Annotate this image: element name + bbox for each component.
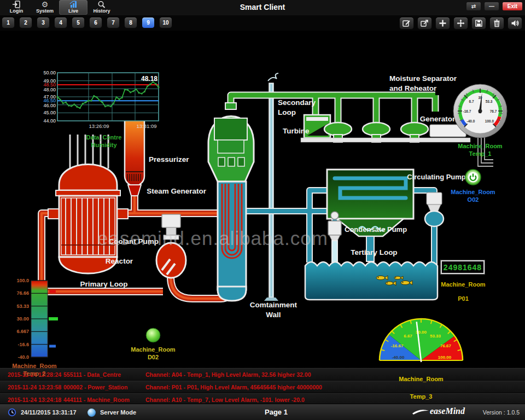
page-button-1[interactable]: 1: [2, 17, 15, 28]
label-secondary-loop-2: Loop: [278, 108, 296, 116]
alarm-station: 555111 - Data_Centre: [63, 371, 145, 378]
minimize-icon[interactable]: —: [484, 2, 499, 11]
title-bar: Login ⚙ System Live History Smart Client…: [0, 0, 525, 15]
svg-text:-16.7: -16.7: [463, 109, 471, 113]
label-tertiary-loop: Tertiary Loop: [351, 248, 397, 256]
page-button-5[interactable]: 5: [72, 17, 85, 28]
x-tick-start: 13:26:09: [89, 123, 109, 129]
led-machine-room-d02: Machine_Room D02: [123, 327, 183, 361]
svg-text:-16.6: -16.6: [18, 342, 29, 347]
svg-text:6.67: 6.67: [404, 334, 412, 339]
led-indicator-icon: [145, 327, 161, 343]
svg-text:53.3: 53.3: [486, 100, 493, 103]
trend-title-line1: Data_Centre: [33, 133, 175, 141]
label-generator: Generator: [420, 115, 456, 123]
svg-text:100.0: 100.0: [16, 278, 29, 283]
label-moisture-1: Moisture Separator: [389, 74, 457, 83]
app-title: Smart Client: [0, 3, 525, 11]
page-button-10[interactable]: 10: [159, 17, 172, 28]
page-button-8[interactable]: 8: [124, 17, 137, 28]
trend-widget-humidity: 50.00 49.00 48.50 48.00 47.00 46.50 46.0…: [33, 70, 197, 149]
brand-name: easeMind: [430, 406, 465, 416]
svg-text:-16.67: -16.67: [391, 343, 404, 348]
svg-text:76.67: 76.67: [440, 343, 452, 348]
status-datetime: 24/11/2015 13:31:17: [21, 409, 77, 416]
cooling-basin: [305, 262, 438, 300]
page-button-4[interactable]: 4: [54, 17, 67, 28]
alarm-time: 2015-11-24 13:24:18: [8, 396, 63, 403]
watermark-text: easemind.en.alibaba.com: [97, 228, 415, 249]
svg-text:6.7: 6.7: [469, 100, 474, 103]
svg-text:-40.00: -40.00: [392, 355, 405, 360]
low-alarm-marker: [49, 345, 56, 348]
alarm-message: Channel: A10 - Temp_7, Low Level Alarm, …: [145, 396, 525, 403]
page-button-9[interactable]: 9: [142, 17, 155, 28]
bar-label-line2: Temp_2: [0, 370, 71, 377]
brand-swoosh-icon: [411, 407, 430, 415]
sync-icon[interactable]: ⇄: [466, 2, 481, 11]
status-bar: 24/11/2015 13:31:17 Server Mode Page 1 e…: [0, 404, 525, 420]
svg-text:44.00: 44.00: [43, 118, 56, 124]
bar-gauge-machine-room-temp2: 100.0 76.66 53.33 30.00 6.667 -16.6 -40.…: [7, 277, 71, 377]
gauge-machine-room-temp1: -40.0 -16.7 6.7 30 53.3 76.7 100.0 Machi…: [452, 83, 509, 158]
label-primary-loop: Primary Loop: [80, 280, 127, 288]
svg-text:6.667: 6.667: [16, 329, 29, 334]
steam-generator: [208, 103, 254, 301]
page-button-6[interactable]: 6: [89, 17, 102, 28]
svg-text:76.7: 76.7: [490, 109, 497, 113]
svg-text:53.33: 53.33: [430, 334, 441, 339]
page-indicator: Page 1: [252, 408, 301, 416]
page-button-3[interactable]: 3: [37, 17, 50, 28]
save-icon[interactable]: [471, 17, 486, 30]
svg-text:50.00: 50.00: [43, 70, 56, 75]
gauge1-label-line1: Machine_Room: [452, 142, 509, 150]
svg-text:53.33: 53.33: [16, 304, 29, 309]
led-label-line1: Machine_Room: [123, 346, 183, 353]
exit-button[interactable]: Exit: [502, 2, 523, 11]
power-label-line2: O02: [448, 196, 498, 203]
server-mode-label: Server Mode: [100, 409, 136, 416]
export-icon[interactable]: [417, 17, 432, 30]
mimic-canvas: Pressurizer Steam Generator Coolant Pump…: [0, 31, 525, 368]
page-button-7[interactable]: 7: [107, 17, 120, 28]
toolbar-actions: [399, 17, 522, 30]
svg-text:45.00: 45.00: [43, 110, 56, 115]
label-moisture-2: and Reheator: [389, 84, 437, 92]
move-icon[interactable]: [453, 17, 468, 30]
power-label-line1: Machine_Room: [448, 188, 498, 196]
label-containment-1: Comtainment: [250, 301, 298, 309]
label-pressurizer: Pressurizer: [149, 155, 189, 164]
reactor-vessel: [48, 135, 128, 273]
svg-text:-40.0: -40.0: [467, 119, 475, 123]
edit-icon[interactable]: [399, 17, 414, 30]
bar-label-line1: Machine_Room: [0, 362, 71, 370]
semi-label-line2: Temp_3: [377, 393, 465, 400]
server-mode-icon: [88, 409, 96, 417]
display-label-line1: Machine_Room: [441, 281, 486, 288]
gauge1-label-line2: Temp_1: [452, 150, 509, 158]
svg-text:46.00: 46.00: [43, 103, 56, 108]
label-steam-generator: Steam Generator: [147, 187, 207, 195]
svg-text:100.00: 100.00: [438, 355, 452, 360]
x-tick-end: 13:31:09: [137, 123, 157, 129]
window-controls: ⇄ — Exit: [466, 2, 523, 11]
audio-icon[interactable]: [508, 17, 522, 30]
add-icon[interactable]: [435, 17, 450, 30]
semi-gauge-machine-room-temp3: -40.00 -16.67 6.67 30.00 53.33 76.67 100…: [377, 317, 465, 400]
alarm-message: Channel: P01 - P01, High Level Alarm, 45…: [145, 384, 525, 390]
high-alarm-marker: [49, 290, 56, 293]
svg-text:30.00: 30.00: [16, 316, 29, 322]
delete-icon[interactable]: [489, 17, 504, 30]
alarm-station: 000002 - Power_Station: [63, 384, 145, 390]
display-machine-room-p01: 24981648 Machine_Room P01: [441, 260, 486, 302]
label-reactor: Reactor: [106, 257, 133, 265]
switch-machine-room-o02: Machine_Room O02: [448, 168, 498, 203]
numeric-display-value: 24981648: [441, 260, 485, 274]
trend-title-line2: Humidity: [33, 141, 175, 149]
label-containment-2: Wall: [266, 311, 281, 319]
containment-wall: [264, 73, 278, 301]
power-button-icon[interactable]: [464, 168, 482, 186]
version-label: Version : 1.0.5: [483, 409, 520, 416]
page-button-2[interactable]: 2: [19, 17, 32, 28]
circulating-pump: [425, 192, 444, 226]
